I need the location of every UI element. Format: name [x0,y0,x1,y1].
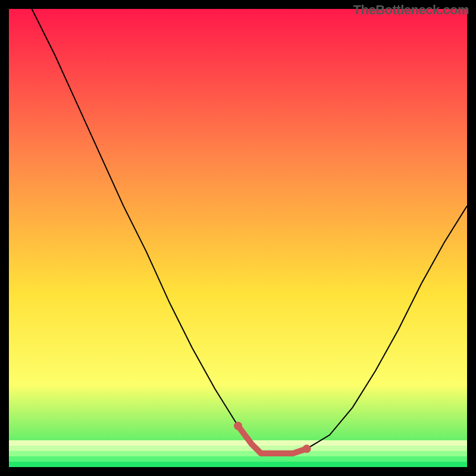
base-stripe [9,456,467,462]
base-stripe [9,446,467,451]
chart-svg [9,9,467,467]
highlight-endpoint [303,444,311,453]
base-stripe [9,451,467,456]
base-stripe [9,462,467,467]
highlight-endpoint [234,422,242,430]
gradient-background [9,9,467,467]
chart-frame: TheBottleneck.com [0,0,476,476]
plot-area [9,9,467,467]
base-stripe [9,440,467,446]
watermark-text: TheBottleneck.com [353,2,469,18]
